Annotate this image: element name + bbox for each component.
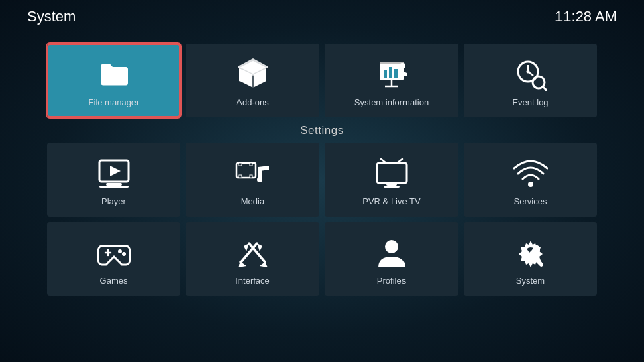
svg-marker-41 [260,262,268,267]
main-content: File manager Add-ons [0,37,644,362]
svg-rect-26 [377,163,407,183]
person-icon [374,235,409,270]
svg-rect-4 [380,62,404,64]
box-icon [235,57,270,92]
svg-point-10 [400,63,405,68]
gamepad-icon [97,235,131,270]
tile-profiles[interactable]: Profiles [325,222,458,296]
tile-services-label: Services [514,196,547,206]
svg-rect-30 [384,186,400,188]
tile-file-manager[interactable]: File manager [47,44,180,117]
tile-system-label: System [516,276,545,286]
tile-player[interactable]: Player [47,143,180,217]
svg-rect-23 [239,175,241,178]
top-row: File manager Add-ons [47,44,597,117]
page-title: System [27,8,76,25]
svg-line-36 [241,243,257,262]
rss-icon [513,156,548,191]
tile-event-log-label: Event log [512,97,548,107]
svg-rect-7 [384,70,387,78]
media-icon [235,156,270,191]
tile-add-ons-label: Add-ons [236,97,268,107]
tile-profiles-label: Profiles [377,276,406,286]
svg-point-34 [118,249,122,253]
tile-system[interactable]: System [464,222,597,296]
svg-rect-24 [250,163,252,166]
tile-file-manager-label: File manager [89,97,140,107]
tile-player-label: Player [101,196,126,206]
tile-media-label: Media [241,196,264,206]
tile-media[interactable]: Media [186,143,319,217]
chart-icon [374,57,409,92]
svg-rect-22 [239,163,241,166]
svg-point-35 [122,252,126,256]
tile-event-log[interactable]: Event log [464,44,597,117]
svg-rect-20 [99,186,129,188]
svg-rect-25 [250,175,252,178]
tile-interface-label: Interface [235,276,270,286]
clock: 11:28 AM [555,8,617,25]
settings-icon [513,235,548,270]
tile-system-info-label: System information [354,97,429,107]
tile-pvr[interactable]: PVR & Live TV [325,143,458,217]
svg-rect-9 [394,69,398,78]
tile-games[interactable]: Games [47,222,180,296]
svg-rect-29 [386,183,397,186]
svg-point-42 [385,240,398,253]
top-bar: System 11:28 AM [0,0,644,34]
clock-search-icon [513,57,548,92]
tile-system-information[interactable]: System information [325,44,458,117]
svg-rect-19 [106,183,122,186]
svg-marker-38 [238,262,246,267]
player-icon [97,156,131,191]
tile-interface[interactable]: Interface [186,222,319,296]
tile-games-label: Games [100,276,128,286]
svg-marker-40 [244,243,249,251]
interface-icon [235,235,270,270]
svg-marker-18 [110,166,121,176]
tile-services[interactable]: Services [464,143,597,217]
tile-add-ons[interactable]: Add-ons [186,44,319,117]
svg-point-31 [528,182,533,187]
svg-point-14 [526,70,529,73]
svg-line-16 [543,86,546,90]
svg-rect-8 [389,67,392,78]
svg-line-39 [249,243,265,262]
settings-section: Settings Player [47,124,597,296]
svg-marker-37 [257,243,262,251]
folder-icon [97,57,131,92]
settings-label: Settings [47,124,597,137]
tv-icon [374,156,409,191]
tile-pvr-label: PVR & Live TV [362,196,420,206]
settings-grid: Player Media [47,143,597,296]
